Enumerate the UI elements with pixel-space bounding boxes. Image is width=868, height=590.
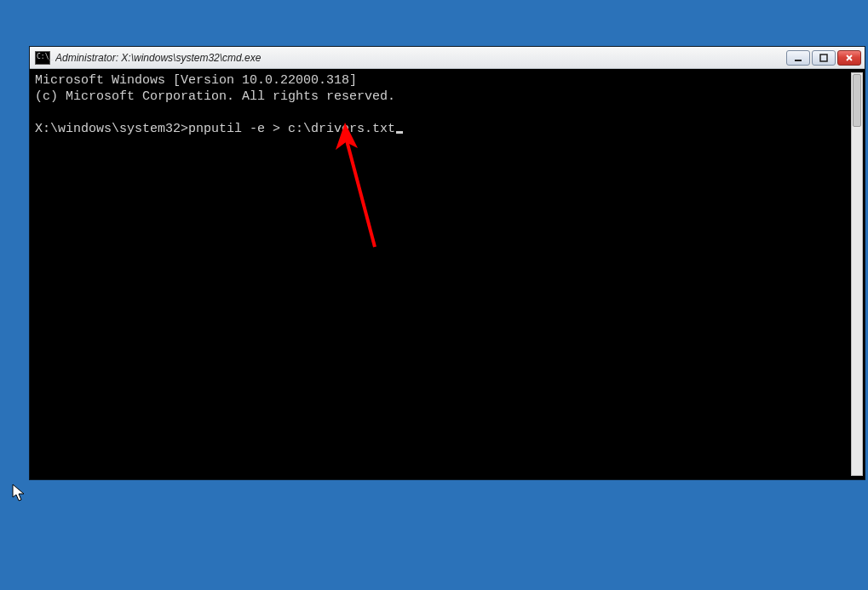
svg-rect-0 (795, 60, 802, 61)
terminal-output[interactable]: Microsoft Windows [Version 10.0.22000.31… (30, 69, 865, 479)
terminal-line: Microsoft Windows [Version 10.0.22000.31… (35, 73, 357, 88)
terminal-command: pnputil -e > c:\drivers.txt (188, 122, 395, 136)
svg-marker-6 (13, 484, 24, 501)
minimize-button[interactable] (786, 50, 810, 66)
titlebar[interactable]: Administrator: X:\windows\system32\cmd.e… (30, 47, 865, 69)
cmd-system-menu-icon[interactable] (35, 51, 50, 65)
close-button[interactable] (837, 50, 861, 66)
window-controls (786, 50, 861, 66)
cmd-window: Administrator: X:\windows\system32\cmd.e… (29, 46, 865, 480)
mouse-pointer-icon (12, 484, 27, 502)
terminal-prompt: X:\windows\system32> (35, 122, 188, 136)
window-title: Administrator: X:\windows\system32\cmd.e… (55, 52, 786, 64)
svg-rect-1 (820, 54, 827, 61)
text-cursor (396, 131, 403, 134)
close-icon (845, 54, 854, 62)
minimize-icon (794, 54, 802, 62)
maximize-button[interactable] (812, 50, 836, 66)
maximize-icon (819, 54, 828, 62)
vertical-scrollbar[interactable] (851, 72, 863, 476)
scrollbar-thumb[interactable] (853, 74, 861, 127)
terminal-line: (c) Microsoft Corporation. All rights re… (35, 89, 395, 104)
